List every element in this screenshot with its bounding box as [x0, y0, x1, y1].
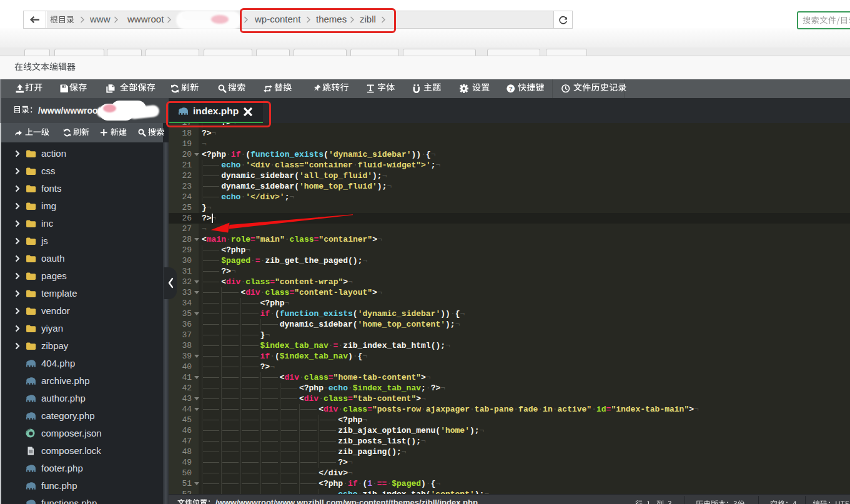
svg-text:?: ?	[509, 85, 513, 92]
